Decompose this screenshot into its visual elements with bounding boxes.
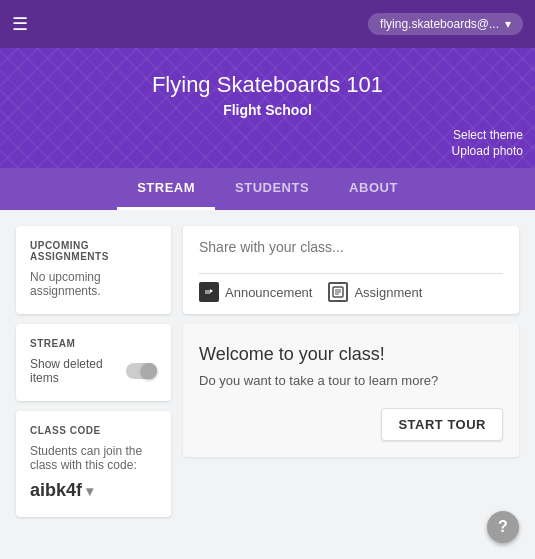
- hero-actions: Select theme Upload photo: [452, 128, 523, 158]
- hamburger-menu[interactable]: ☰: [12, 13, 28, 35]
- share-box: Announcement Assignment: [183, 226, 519, 314]
- hero-subtitle: Flight School: [16, 102, 519, 118]
- welcome-description: Do you want to take a tour to learn more…: [199, 373, 503, 388]
- tab-stream[interactable]: STREAM: [117, 168, 215, 210]
- stream-card: STREAM Show deleted items: [16, 324, 171, 401]
- right-panel: Announcement Assignment We: [183, 226, 519, 457]
- class-code-card: CLASS CODE Students can join the class w…: [16, 411, 171, 517]
- account-name: flying.skateboards@...: [380, 17, 499, 31]
- hero-title: Flying Skateboards 101: [16, 72, 519, 98]
- stream-title: STREAM: [30, 338, 157, 349]
- tab-about[interactable]: ABOUT: [329, 168, 418, 210]
- share-input[interactable]: [199, 239, 503, 255]
- upcoming-empty-text: No upcoming assignments.: [30, 270, 157, 298]
- class-code-value: aibk4f ▾: [30, 480, 157, 501]
- start-tour-button[interactable]: START TOUR: [381, 408, 503, 441]
- help-icon: ?: [498, 518, 508, 536]
- top-bar: ☰ flying.skateboards@... ▾: [0, 0, 535, 48]
- welcome-title: Welcome to your class!: [199, 344, 503, 365]
- deleted-items-toggle[interactable]: [126, 363, 157, 379]
- class-code-arrow[interactable]: ▾: [86, 483, 93, 499]
- class-code-title: CLASS CODE: [30, 425, 157, 436]
- share-divider: [199, 273, 503, 274]
- toggle-row: Show deleted items: [30, 357, 157, 385]
- hero-banner: Flying Skateboards 101 Flight School Sel…: [0, 48, 535, 168]
- account-arrow: ▾: [505, 17, 511, 31]
- assignment-icon: [328, 282, 348, 302]
- upcoming-assignments-card: UPCOMING ASSIGNMENTS No upcoming assignm…: [16, 226, 171, 314]
- assignment-button[interactable]: Assignment: [328, 282, 422, 302]
- toggle-knob: [141, 363, 157, 379]
- class-code-description: Students can join the class with this co…: [30, 444, 157, 472]
- toggle-label: Show deleted items: [30, 357, 126, 385]
- announcement-icon: [199, 282, 219, 302]
- class-code-text: aibk4f: [30, 480, 82, 501]
- assignment-label: Assignment: [354, 285, 422, 300]
- announcement-button[interactable]: Announcement: [199, 282, 312, 302]
- upload-photo-link[interactable]: Upload photo: [452, 144, 523, 158]
- welcome-card: Welcome to your class! Do you want to ta…: [183, 324, 519, 457]
- announcement-label: Announcement: [225, 285, 312, 300]
- account-chip[interactable]: flying.skateboards@... ▾: [368, 13, 523, 35]
- tab-students[interactable]: STUDENTS: [215, 168, 329, 210]
- help-button[interactable]: ?: [487, 511, 519, 543]
- upcoming-title: UPCOMING ASSIGNMENTS: [30, 240, 157, 262]
- share-actions: Announcement Assignment: [199, 282, 503, 302]
- sidebar: UPCOMING ASSIGNMENTS No upcoming assignm…: [16, 226, 171, 517]
- main-content: UPCOMING ASSIGNMENTS No upcoming assignm…: [0, 210, 535, 533]
- tabs-bar: STREAM STUDENTS ABOUT: [0, 168, 535, 210]
- select-theme-link[interactable]: Select theme: [453, 128, 523, 142]
